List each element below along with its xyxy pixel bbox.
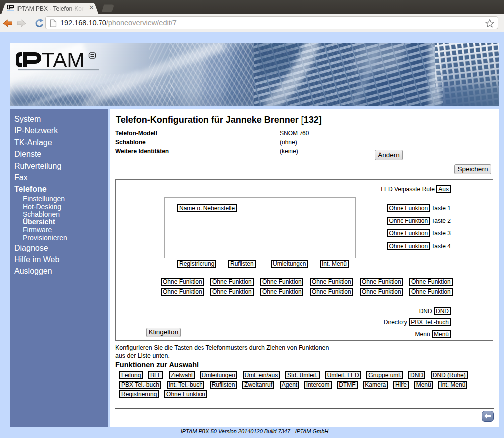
svg-text:TAM: TAM [42,48,84,72]
